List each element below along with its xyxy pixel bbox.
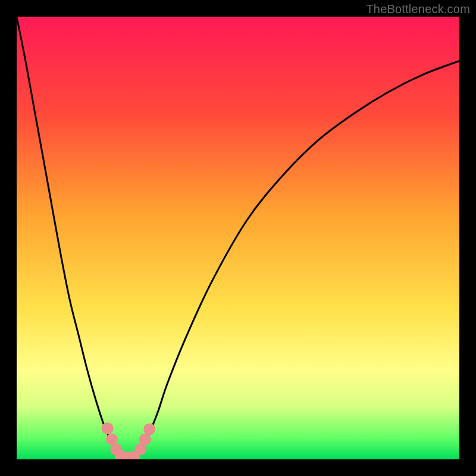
plot-area	[17, 17, 459, 459]
curve-marker	[143, 423, 155, 435]
watermark-text: TheBottleneck.com	[366, 2, 470, 16]
curve-marker	[102, 422, 114, 434]
gradient-background	[17, 17, 459, 459]
curve-marker	[139, 434, 151, 446]
chart-frame: TheBottleneck.com	[0, 0, 476, 476]
curve-marker	[106, 434, 118, 446]
bottleneck-chart	[17, 17, 459, 459]
